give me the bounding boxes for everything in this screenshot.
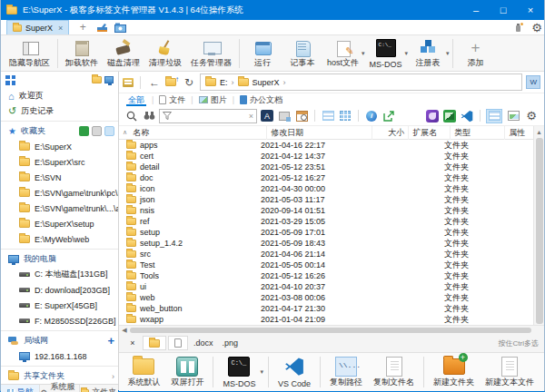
- sidebar-tab-navigation[interactable]: 导航: [1, 385, 40, 392]
- column-header-size[interactable]: 大小: [372, 126, 409, 140]
- chevron-down-icon[interactable]: ▾: [260, 368, 263, 376]
- favorite-folder-item[interactable]: E:\SuperX\src: [1, 154, 118, 170]
- file-name-cell[interactable]: Test: [119, 260, 257, 270]
- details-view-toggle[interactable]: [486, 109, 502, 123]
- uninstall-software-button[interactable]: 卸载软件: [61, 37, 103, 70]
- clean-junk-button[interactable]: 清理垃圾: [144, 37, 186, 70]
- horizontal-scrollbar[interactable]: ◀: [119, 325, 544, 334]
- file-name-cell[interactable]: detail: [119, 162, 257, 172]
- file-name-cell[interactable]: Tools: [119, 270, 257, 281]
- file-name-cell[interactable]: nsis: [119, 205, 257, 216]
- drive-item[interactable]: F: M2850SSD[226GB]: [1, 313, 118, 328]
- scroll-up-icon[interactable]: ▲: [534, 126, 545, 137]
- new-folder-button[interactable]: 新建文件夹: [429, 355, 479, 389]
- lan-add-button[interactable]: +: [107, 334, 114, 348]
- file-name-cell[interactable]: web: [119, 292, 257, 303]
- chevron-right-icon[interactable]: ›: [112, 372, 114, 381]
- quick-tab-extension[interactable]: .png: [219, 336, 243, 350]
- image-editor-app-icon[interactable]: [425, 109, 440, 123]
- user-computer-icon[interactable]: [104, 76, 114, 83]
- tab-superx[interactable]: SuperX ×: [6, 20, 69, 34]
- quick-tab-folder[interactable]: [143, 336, 166, 350]
- tab-close-icon[interactable]: ×: [58, 24, 63, 33]
- copy-filename-button[interactable]: 复制文件名: [369, 355, 419, 389]
- lan-header[interactable]: 局域网 +: [1, 333, 118, 348]
- grid-view-button[interactable]: [338, 109, 352, 123]
- close-button[interactable]: ×: [517, 0, 544, 20]
- file-name-cell[interactable]: icon: [119, 183, 257, 194]
- open-default-button[interactable]: 系统默认: [123, 355, 164, 389]
- table-row[interactable]: cert 2021-04-12 14:37 文件夹: [119, 151, 533, 162]
- file-name-cell[interactable]: doc: [119, 172, 257, 183]
- scrollbar-thumb[interactable]: [536, 138, 543, 324]
- back-button[interactable]: ←: [147, 76, 162, 89]
- column-header-type[interactable]: 类型: [451, 126, 505, 140]
- export-button[interactable]: [382, 109, 396, 123]
- favorite-edit-icon[interactable]: [92, 126, 102, 136]
- table-row[interactable]: json 2021-05-03 11:17 文件夹: [119, 194, 533, 205]
- cleanup-spray-icon[interactable]: [511, 22, 526, 34]
- favorite-folder-item[interactable]: E:\SuperX\setup: [1, 216, 118, 231]
- capture-icon[interactable]: [113, 22, 127, 34]
- table-row[interactable]: apps 2021-04-16 22:17 文件夹: [119, 140, 533, 151]
- file-name-cell[interactable]: wxapp: [119, 314, 257, 325]
- file-name-cell[interactable]: apps: [119, 140, 257, 151]
- favorite-folder-item[interactable]: E:\MyWeb\web: [1, 231, 118, 247]
- favorite-folder-item[interactable]: E:\SuperX: [1, 139, 118, 154]
- file-name-cell[interactable]: setup_1.4.2: [119, 238, 257, 249]
- file-name-cell[interactable]: src: [119, 249, 257, 260]
- folder-up-button[interactable]: [165, 77, 178, 87]
- scrollbar-thumb[interactable]: [130, 328, 531, 333]
- chevron-right-icon[interactable]: ›: [232, 78, 234, 87]
- binoculars-icon[interactable]: [142, 109, 156, 123]
- info-button[interactable]: i: [364, 109, 379, 123]
- sidebar-tab-services[interactable]: ⚙ 系统服务: [40, 385, 79, 392]
- address-extra-button[interactable]: W: [526, 75, 540, 89]
- column-header-date[interactable]: 修改日期: [267, 126, 372, 140]
- apps-grid-icon[interactable]: [5, 75, 15, 85]
- tag-button[interactable]: [277, 109, 292, 123]
- sidebar-tab-folders[interactable]: 文件夹: [80, 385, 118, 392]
- drive-item[interactable]: E: SuperX[45GB]: [1, 298, 118, 313]
- table-row[interactable]: ui 2021-04-10 20:37 文件夹: [119, 281, 533, 292]
- filter-input[interactable]: ×: [159, 109, 257, 123]
- lan-host-item[interactable]: 192.168.1.168: [1, 348, 118, 364]
- sidebar-item-history[interactable]: ↺ 历史记录: [1, 103, 118, 119]
- breadcrumb-drive[interactable]: E:: [220, 78, 228, 87]
- column-header-ext[interactable]: 扩展名: [409, 126, 451, 140]
- file-name-cell[interactable]: json: [119, 194, 257, 205]
- drive-item[interactable]: D: download[203GB]: [1, 282, 118, 298]
- table-row[interactable]: detail 2021-05-12 23:51 文件夹: [119, 162, 533, 172]
- filter-tab-office-docs[interactable]: 办公文档: [240, 93, 282, 106]
- hand-icon[interactable]: [94, 22, 109, 34]
- host-file-button[interactable]: host文件: [322, 37, 363, 70]
- clear-filter-icon[interactable]: ×: [249, 112, 253, 121]
- file-name-cell[interactable]: ui: [119, 281, 257, 292]
- table-row[interactable]: setup_1.4.2 2021-05-09 18:43 文件夹: [119, 238, 533, 249]
- table-row[interactable]: ref 2021-03-29 15:05 文件夹: [119, 216, 533, 227]
- sort-ascending-icon[interactable]: ∧: [123, 129, 127, 136]
- vertical-scrollbar[interactable]: ▲: [533, 126, 544, 325]
- quick-tab-extension[interactable]: .docx: [190, 336, 217, 350]
- settings-gear-icon[interactable]: ⚙: [530, 22, 544, 34]
- column-header-name[interactable]: 名称: [129, 126, 267, 140]
- breadcrumb-folder[interactable]: SuperX: [253, 78, 280, 87]
- sidebar-item-welcome[interactable]: ⌂ 欢迎页: [1, 88, 118, 103]
- vscode-button[interactable]: VS Code: [273, 355, 315, 389]
- maximize-button[interactable]: □: [490, 0, 517, 20]
- search-icon[interactable]: [124, 109, 139, 123]
- settings-button[interactable]: ⚙: [524, 109, 539, 123]
- notepad-button[interactable]: 记事本: [282, 37, 322, 70]
- thumbnail-view-toggle[interactable]: [505, 109, 521, 123]
- table-row[interactable]: icon 2021-04-30 00:00 文件夹: [119, 183, 533, 194]
- file-name-cell[interactable]: web_button: [119, 303, 257, 314]
- table-row[interactable]: wxapp 2021-01-04 21:09 文件夹: [119, 314, 533, 325]
- file-name-cell[interactable]: setup: [119, 227, 257, 238]
- file-name-cell[interactable]: cert: [119, 151, 257, 162]
- font-highlight-button[interactable]: A: [260, 109, 274, 123]
- file-name-cell[interactable]: ref: [119, 216, 257, 227]
- close-quickbar-button[interactable]: ×: [124, 336, 141, 350]
- new-text-file-button[interactable]: 新建文本文件: [481, 355, 539, 389]
- msdos-button[interactable]: MS-DOS: [218, 355, 260, 389]
- favorite-add-icon[interactable]: [79, 126, 89, 136]
